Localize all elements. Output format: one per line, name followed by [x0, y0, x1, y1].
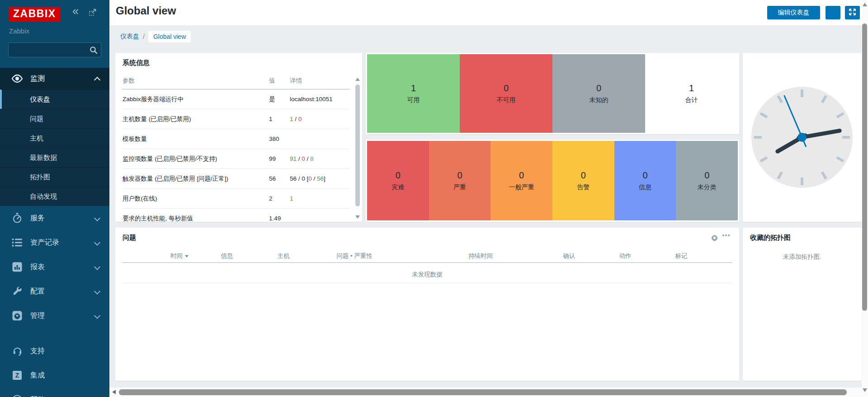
- problems-by-severity-widget: 0 灾难 0 严重 0 一般严重 0 告警 0 信息 0 未分类: [366, 140, 739, 222]
- severity-tile-high: 0 严重: [429, 141, 491, 220]
- tile-label: 一般严重: [509, 183, 534, 191]
- tile-count: 1: [689, 83, 694, 93]
- scroll-down-arrow[interactable]: [863, 388, 867, 392]
- param-cell: 要求的主机性能, 每秒新值: [123, 209, 269, 229]
- bar-chart-icon: [11, 262, 23, 272]
- tile-label: 未分类: [698, 183, 717, 191]
- sidebar-group-administration[interactable]: 管理: [0, 304, 109, 328]
- sidebar-group-configuration[interactable]: 配置: [0, 279, 109, 304]
- sidebar-menu: 监测 仪表盘 问题 主机 最新数据 拓扑图 自动发现 服务: [0, 68, 109, 328]
- sidebar-item-integrations[interactable]: Z 集成: [0, 363, 109, 388]
- scroll-left-arrow[interactable]: [112, 390, 116, 394]
- widget-settings-gear-icon[interactable]: [711, 234, 718, 243]
- value-cell: 1: [269, 109, 290, 129]
- chevron-down-icon: [94, 215, 100, 221]
- sidebar-item-label: 自动发现: [30, 192, 57, 201]
- z-badge-icon: Z: [11, 370, 23, 380]
- empty-table-message: 未发现数据: [115, 271, 739, 279]
- svg-text:Z: Z: [15, 372, 19, 379]
- top-bar: Global view 编辑仪表盘: [109, 0, 862, 25]
- sidebar-item-label: 最新数据: [30, 154, 57, 162]
- sidebar-item-help[interactable]: ? 帮助: [0, 388, 109, 397]
- tile-count: 0: [642, 170, 647, 181]
- severity-tiles: 0 灾难 0 严重 0 一般严重 0 告警 0 信息 0 未分类: [367, 141, 738, 220]
- severity-tile-warning: 0 告警: [552, 141, 614, 220]
- scrollbar-thumb[interactable]: [355, 84, 360, 206]
- tile-label: 信息: [639, 183, 651, 191]
- sidebar-item-hosts[interactable]: 主机: [0, 128, 109, 148]
- tile-label: 可用: [407, 96, 420, 104]
- zabbix-logo[interactable]: ZABBIX: [9, 7, 60, 22]
- scrollbar-thumb[interactable]: [119, 389, 847, 395]
- availability-tiles: 1 可用 0 不可用 0 未知的 1 合计: [367, 54, 738, 133]
- availability-tile-available: 1 可用: [367, 54, 460, 133]
- severity-tile-disaster: 0 灾难: [367, 141, 429, 220]
- gear-icon: [11, 311, 23, 321]
- sidebar-item-label: 问题: [30, 115, 43, 123]
- details-cell: 1: [290, 189, 349, 209]
- param-cell: 触发器数量 (已启用/已禁用 [问题/正常]): [123, 169, 269, 189]
- details-cell: 56 / 0 [0 / 56]: [290, 169, 349, 189]
- search-input[interactable]: [8, 42, 101, 57]
- tile-count: 0: [581, 170, 586, 181]
- breadcrumb-dashboards-link[interactable]: 仪表盘: [120, 33, 139, 41]
- tile-label: 未知的: [590, 96, 609, 104]
- scroll-up-arrow[interactable]: [863, 3, 867, 6]
- sidebar-popout-icon[interactable]: [89, 8, 97, 18]
- scroll-down-arrow[interactable]: [355, 215, 360, 219]
- sidebar-group-reports[interactable]: 报表: [0, 255, 109, 279]
- tile-label: 灾难: [392, 183, 404, 191]
- column-header-ack: 确认: [563, 252, 576, 260]
- horizontal-scrollbar[interactable]: [109, 388, 862, 397]
- favorite-maps-widget: 收藏的拓扑图 未添加拓扑图.: [743, 228, 862, 381]
- value-cell: 是: [269, 89, 290, 109]
- dashboard-menu-button[interactable]: [826, 6, 840, 19]
- sidebar-item-discovery[interactable]: 自动发现: [0, 187, 109, 206]
- system-info-widget: 系统信息 参数 值 详情 Zabbix服务器端运行中 是 localhost:1…: [115, 53, 362, 222]
- column-header: 详情: [290, 73, 349, 89]
- sidebar-group-monitoring[interactable]: 监测: [0, 68, 109, 89]
- widget-menu-ellipsis-icon[interactable]: •••: [722, 231, 731, 239]
- widget-title: 收藏的拓扑图: [750, 234, 791, 242]
- column-header-severity: 问题 • 严重性: [336, 252, 373, 260]
- param-cell: 模板数量: [123, 129, 269, 149]
- sidebar-item-support[interactable]: 支持: [0, 339, 109, 363]
- fullscreen-button[interactable]: [845, 6, 860, 19]
- wrench-icon: [11, 286, 23, 296]
- sidebar-group-label: 服务: [30, 214, 45, 223]
- column-header-tags: 标记: [675, 252, 688, 260]
- sidebar: ZABBIX « Zabbix 监测 仪表盘 问题 主机 最新数据 拓扑图: [0, 0, 109, 397]
- breadcrumb-current-link[interactable]: Global view: [148, 31, 191, 42]
- sidebar-item-latest-data[interactable]: 最新数据: [0, 148, 109, 167]
- monitoring-submenu: 仪表盘 问题 主机 最新数据 拓扑图 自动发现: [0, 89, 109, 206]
- list-icon: [11, 238, 23, 247]
- sidebar-item-problems[interactable]: 问题: [0, 109, 109, 128]
- sidebar-collapse-icon[interactable]: «: [72, 5, 79, 17]
- tile-count: 1: [411, 83, 416, 93]
- details-cell: 1 / 0: [290, 109, 349, 129]
- sidebar-item-label: 集成: [30, 371, 45, 380]
- vertical-scrollbar[interactable]: [862, 0, 868, 397]
- column-header-time[interactable]: 时间: [170, 252, 189, 260]
- sidebar-item-maps[interactable]: 拓扑图: [0, 167, 109, 187]
- availability-tile-unavailable: 0 不可用: [460, 54, 552, 133]
- table-row: Zabbix服务器端运行中 是 localhost:10051: [123, 89, 349, 109]
- scrollbar-thumb[interactable]: [862, 23, 867, 311]
- search-icon[interactable]: [90, 46, 98, 56]
- sidebar-group-services[interactable]: 服务: [0, 206, 109, 230]
- scroll-up-arrow[interactable]: [355, 78, 360, 81]
- tile-count: 0: [596, 83, 601, 93]
- sidebar-group-inventory[interactable]: 资产记录: [0, 230, 109, 255]
- host-availability-widget: 1 可用 0 不可用 0 未知的 1 合计: [366, 53, 739, 134]
- availability-tile-unknown: 0 未知的: [552, 54, 645, 133]
- sidebar-item-dashboard[interactable]: 仪表盘: [0, 89, 109, 109]
- tile-label: 合计: [685, 96, 698, 104]
- sidebar-group-label: 监测: [30, 74, 45, 84]
- param-cell: Zabbix服务器端运行中: [123, 89, 269, 109]
- sort-desc-icon: [185, 255, 189, 257]
- widget-title: 系统信息: [123, 59, 150, 67]
- tile-count: 0: [704, 170, 709, 181]
- sidebar-group-label: 报表: [30, 262, 45, 272]
- edit-dashboard-button[interactable]: 编辑仪表盘: [767, 6, 820, 19]
- chevron-down-icon: [94, 264, 100, 270]
